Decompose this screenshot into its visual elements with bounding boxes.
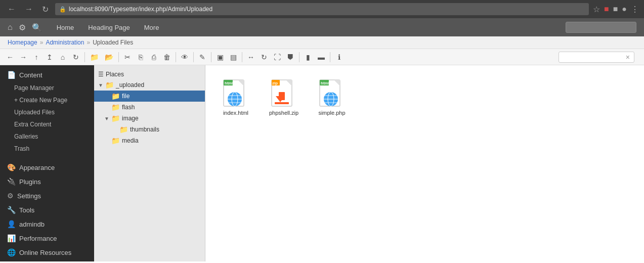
toolbar-forward[interactable]: → bbox=[17, 51, 29, 63]
sidebar-item-uploaded-files[interactable]: Uploaded Files bbox=[0, 106, 94, 118]
tree-item-file[interactable]: 📁 file bbox=[94, 91, 205, 102]
sidebar-item-settings[interactable]: ⚙ Settings bbox=[0, 189, 94, 203]
sidebar-extra-content-label: Extra Content bbox=[14, 121, 51, 128]
sidebar-trash-label: Trash bbox=[14, 145, 29, 152]
tree-item-flash[interactable]: 📁 flash bbox=[94, 102, 205, 113]
toolbar-new-folder[interactable]: 📂 bbox=[102, 51, 116, 63]
top-nav-links: Home Heading Page More bbox=[50, 20, 166, 35]
toolbar-back[interactable]: ← bbox=[4, 51, 16, 63]
toolbar-search-input[interactable] bbox=[559, 52, 634, 63]
breadcrumb-sep2: » bbox=[87, 39, 90, 46]
heading-page-link[interactable]: Heading Page bbox=[81, 20, 137, 35]
toolbar-sep1 bbox=[84, 52, 85, 62]
settings-icon[interactable]: ⚙ bbox=[19, 23, 26, 32]
refresh-button[interactable]: ↻ bbox=[39, 4, 51, 15]
sidebar-content-section: 📄 Content Page Manager + Create New Page… bbox=[0, 65, 94, 157]
sidebar-item-plugins[interactable]: 🔌 Plugins bbox=[0, 174, 94, 189]
breadcrumb-homepage[interactable]: Homepage bbox=[8, 39, 37, 46]
tree-item-uploaded[interactable]: ▼ 📁 _uploaded bbox=[94, 79, 205, 91]
home-icon[interactable]: ⌂ bbox=[8, 23, 13, 32]
toolbar-resize[interactable]: ↔ bbox=[245, 51, 257, 63]
tree-item-image[interactable]: ▼ 📁 image bbox=[94, 113, 205, 124]
breadcrumb-administration[interactable]: Administration bbox=[46, 39, 84, 46]
toolbar-preview[interactable]: 👁 bbox=[179, 51, 191, 63]
sidebar-item-page-manager[interactable]: Page Manager bbox=[0, 82, 94, 94]
toolbar-cut[interactable]: ✂ bbox=[121, 51, 134, 63]
sidebar-create-page-label: + Create New Page bbox=[14, 97, 67, 104]
file-item-index-html[interactable]: html index.html bbox=[216, 75, 256, 118]
sidebar-item-extra-content[interactable]: Extra Content bbox=[0, 118, 94, 130]
browser-bar: ← → ↻ 🔒 localhost:8090/Typesetter/index.… bbox=[0, 0, 644, 18]
toolbar-watermark[interactable]: ⛊ bbox=[284, 51, 296, 63]
address-bar[interactable]: 🔒 localhost:8090/Typesetter/index.php/Ad… bbox=[55, 3, 589, 15]
main-layout: 📄 Content Page Manager + Create New Page… bbox=[0, 65, 644, 261]
sidebar-item-create-page[interactable]: + Create New Page bbox=[0, 94, 94, 106]
appearance-icon: 🎨 bbox=[7, 163, 16, 171]
tree-label-uploaded: _uploaded bbox=[116, 81, 144, 89]
file-item-simple-php[interactable]: html simple.php bbox=[312, 75, 352, 118]
toolbar-paste[interactable]: ⎙ bbox=[148, 51, 160, 63]
tree-label-image: image bbox=[122, 115, 139, 122]
svg-text:zip: zip bbox=[272, 81, 278, 85]
online-resources-icon: 🌐 bbox=[7, 248, 16, 256]
star-icon[interactable]: ☆ bbox=[593, 5, 600, 14]
profile-icon[interactable]: ● bbox=[622, 5, 627, 14]
extension-icon2[interactable]: ■ bbox=[613, 5, 618, 14]
toolbar-reload[interactable]: ↻ bbox=[70, 51, 82, 63]
top-search-input[interactable] bbox=[566, 22, 636, 33]
more-link[interactable]: More bbox=[137, 20, 166, 35]
toolbar-sep7 bbox=[299, 52, 299, 62]
file-icon-simple-php: html bbox=[317, 78, 347, 108]
tree-item-thumbnails[interactable]: 📁 thumbnails bbox=[94, 124, 205, 135]
toolbar-info[interactable]: ℹ bbox=[333, 51, 345, 63]
toolbar-delete[interactable]: 🗑 bbox=[161, 51, 173, 63]
file-item-phpshell-zip[interactable]: zip phpshell.zip bbox=[264, 75, 304, 118]
browser-actions: ☆ ■ ■ ● ⋮ bbox=[593, 5, 639, 14]
sidebar-item-galleries[interactable]: Galleries bbox=[0, 130, 94, 143]
plugins-icon: 🔌 bbox=[7, 178, 16, 186]
toolbar-upload[interactable]: ↥ bbox=[44, 51, 56, 63]
search-clear-icon[interactable]: × bbox=[626, 53, 630, 61]
file-icon-phpshell-zip: zip bbox=[269, 78, 299, 108]
toolbar-copy[interactable]: ⎘ bbox=[135, 51, 147, 63]
top-nav-icons: ⌂ ⚙ 🔍 bbox=[8, 23, 42, 32]
menu-icon[interactable]: ⋮ bbox=[631, 5, 639, 14]
sidebar-online-resources-label: Online Resources bbox=[19, 249, 71, 256]
tree-item-media[interactable]: 📁 media bbox=[94, 135, 205, 146]
toolbar-thumb2[interactable]: ▬ bbox=[315, 51, 327, 63]
back-button[interactable]: ← bbox=[5, 4, 18, 15]
sidebar-item-appearance[interactable]: 🎨 Appearance bbox=[0, 160, 94, 174]
sidebar-item-tools[interactable]: 🔧 Tools bbox=[0, 203, 94, 217]
toggle-icon-image: ▼ bbox=[104, 116, 109, 121]
toolbar-select-all[interactable]: ▣ bbox=[214, 51, 226, 63]
svg-rect-15 bbox=[275, 102, 289, 104]
search-icon[interactable]: 🔍 bbox=[32, 23, 42, 32]
toolbar-deselect[interactable]: ▤ bbox=[227, 51, 239, 63]
toolbar-rotate[interactable]: ↻ bbox=[258, 51, 270, 63]
folder-icon-file: 📁 bbox=[111, 92, 120, 100]
extension-icon1[interactable]: ■ bbox=[604, 5, 609, 14]
sidebar-item-online-resources[interactable]: 🌐 Online Resources bbox=[0, 245, 94, 259]
toolbar-sep3 bbox=[176, 52, 176, 62]
sidebar-page-manager-label: Page Manager bbox=[14, 84, 54, 92]
toolbar-thumb1[interactable]: ▮ bbox=[302, 51, 314, 63]
sidebar-item-content[interactable]: 📄 Content bbox=[0, 68, 94, 82]
top-nav: ⌂ ⚙ 🔍 Home Heading Page More bbox=[0, 18, 644, 36]
file-tree: ☰ Places ▼ 📁 _uploaded 📁 file 📁 flash bbox=[94, 65, 205, 261]
toolbar: ← → ↑ ↥ ⌂ ↻ 📁 📂 ✂ ⎘ ⎙ 🗑 👁 ✎ ▣ ▤ ↔ ↻ ⛶ ⛊ … bbox=[0, 49, 644, 65]
toolbar-home[interactable]: ⌂ bbox=[57, 51, 69, 63]
toolbar-up[interactable]: ↑ bbox=[30, 51, 42, 63]
toolbar-edit[interactable]: ✎ bbox=[196, 51, 208, 63]
toolbar-crop[interactable]: ⛶ bbox=[271, 51, 283, 63]
breadcrumb: Homepage » Administration » Uploaded Fil… bbox=[0, 36, 644, 49]
home-link[interactable]: Home bbox=[50, 20, 81, 35]
toolbar-folder-up[interactable]: 📁 bbox=[88, 51, 101, 63]
sidebar-item-trash[interactable]: Trash bbox=[0, 143, 94, 155]
url-text: localhost:8090/Typesetter/index.php/Admi… bbox=[69, 6, 212, 13]
sidebar-content-label: Content bbox=[19, 71, 42, 79]
sidebar-item-performance[interactable]: 📊 Performance bbox=[0, 231, 94, 245]
settings-sidebar-icon: ⚙ bbox=[7, 192, 14, 200]
toolbar-sep2 bbox=[118, 52, 119, 62]
forward-button[interactable]: → bbox=[22, 4, 35, 15]
sidebar-item-admindb[interactable]: 👤 admindb bbox=[0, 217, 94, 231]
